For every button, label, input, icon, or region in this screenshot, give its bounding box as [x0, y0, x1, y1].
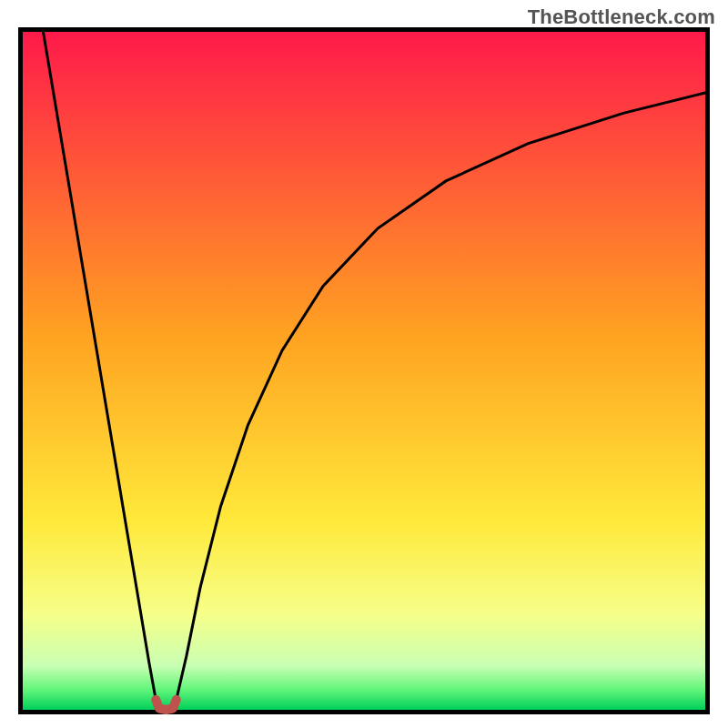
watermark-text: TheBottleneck.com	[528, 5, 715, 29]
chart-area	[18, 27, 710, 714]
chart-svg	[18, 27, 710, 714]
svg-rect-0	[23, 32, 705, 710]
